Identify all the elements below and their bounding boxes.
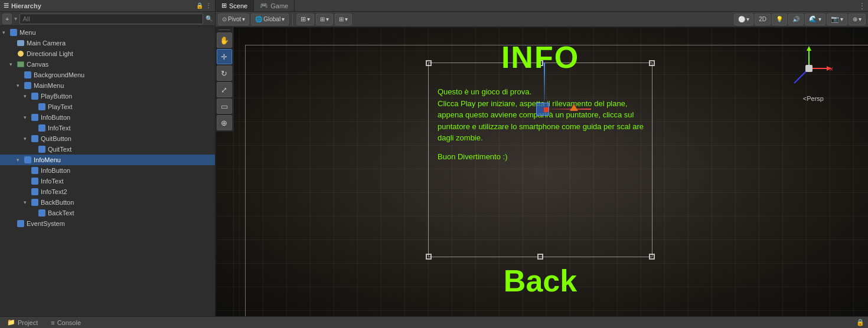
- global-icon: 🌐: [255, 16, 262, 22]
- hierarchy-arrow-icon: ▾: [14, 15, 17, 22]
- lighting-button[interactable]: 💡: [772, 14, 787, 25]
- hierarchy-item-background-menu[interactable]: BackgroundMenu: [0, 70, 215, 80]
- effects-button[interactable]: 🌊 ▾: [805, 14, 825, 25]
- effects-icon: 🌊: [809, 15, 817, 23]
- 2d-button[interactable]: 2D: [755, 14, 771, 25]
- back-label-text: Back: [428, 263, 652, 299]
- camera-view-btn[interactable]: 📷 ▾: [827, 14, 847, 25]
- transform-tool-btn[interactable]: ⊕: [217, 115, 232, 130]
- hierarchy-item-main-menu[interactable]: ▾MainMenu: [0, 80, 215, 91]
- extra-button[interactable]: ⊞ ▾: [335, 14, 352, 25]
- vert-div-1: [233, 27, 234, 316]
- svg-rect-5: [805, 65, 812, 72]
- global-dropdown-icon: ▾: [282, 16, 285, 22]
- hierarchy-label-menu: Menu: [19, 29, 36, 36]
- grid-dropdown: ▾: [307, 16, 310, 22]
- scene-viewport[interactable]: ✋ ✛ ↻ ⤢ ▭ ⊕ INFO: [216, 27, 868, 316]
- hierarchy-item-back-text[interactable]: BackText: [0, 208, 215, 218]
- hierarchy-content: ▾MenuMain CameraDirectional Light▾Canvas…: [0, 26, 215, 316]
- pivot-label: Pivot: [228, 16, 241, 22]
- hand-tool-btn[interactable]: ✋: [217, 32, 232, 48]
- hierarchy-item-info-text3[interactable]: InfoText2: [0, 186, 215, 197]
- snap-button[interactable]: ⊞ ▾: [316, 14, 333, 25]
- snap-dropdown: ▾: [326, 16, 329, 22]
- hierarchy-icon-info-text2: [31, 177, 39, 185]
- audio-button[interactable]: 🔊: [788, 14, 804, 25]
- persp-mode-btn[interactable]: ⚪ ▾: [734, 14, 753, 25]
- hierarchy-item-quit-text[interactable]: QuitText: [0, 144, 215, 155]
- scene-tabs-bar: ⊞ Scene 🎮 Game ⋮: [216, 0, 868, 12]
- hierarchy-item-info-text[interactable]: InfoText: [0, 123, 215, 133]
- hierarchy-icon-quit-button: [31, 135, 39, 143]
- tab-scene[interactable]: ⊞ Scene: [216, 0, 254, 11]
- persp-dropdown: ▾: [746, 16, 749, 22]
- hierarchy-toolbar: + ▾ 🔍: [0, 12, 215, 26]
- hierarchy-title: Hierarchy: [11, 2, 196, 9]
- hierarchy-item-info-menu[interactable]: ▾InfoMenu: [0, 155, 215, 165]
- global-button[interactable]: 🌐 Global ▾: [251, 14, 289, 25]
- grid-button[interactable]: ⊞ ▾: [296, 14, 314, 25]
- hierarchy-label-info-text2: InfoText: [41, 178, 64, 185]
- hierarchy-item-quit-button[interactable]: ▾QuitButton: [0, 133, 215, 144]
- move-gizmo-horizontal: [544, 109, 591, 110]
- hierarchy-icon-back-text: [38, 209, 46, 217]
- hierarchy-item-info-button[interactable]: ▾InfoButton: [0, 112, 215, 123]
- game-icon: 🎮: [260, 2, 268, 9]
- viewport-gizmo: Y X: [785, 45, 833, 92]
- gizmos-icon: ⊕: [853, 16, 857, 22]
- extra-icon: ⊞: [339, 16, 344, 22]
- gizmos-button[interactable]: ⊕ ▾: [849, 14, 866, 25]
- scene-area: ⊞ Scene 🎮 Game ⋮ ⊙ Pivot ▾ 🌐 Global ▾: [216, 0, 868, 316]
- hierarchy-item-menu[interactable]: ▾Menu: [0, 27, 215, 38]
- tab-game[interactable]: 🎮 Game: [254, 0, 295, 11]
- hierarchy-item-play-text[interactable]: PlayText: [0, 101, 215, 112]
- hierarchy-icon-play-text: [38, 103, 46, 111]
- pivot-icon: ⊙: [222, 16, 227, 22]
- hierarchy-label-info-button: InfoButton: [41, 114, 70, 121]
- handle-bl[interactable]: [426, 254, 432, 260]
- console-tab[interactable]: ≡ Console: [47, 317, 84, 328]
- pivot-dropdown-icon: ▾: [242, 16, 245, 22]
- hierarchy-more-icon[interactable]: ⋮: [205, 2, 211, 9]
- camera-dropdown: ▾: [840, 16, 843, 22]
- rect-tool-btn[interactable]: ▭: [217, 99, 232, 114]
- hierarchy-item-info-text2[interactable]: InfoText: [0, 176, 215, 186]
- hierarchy-search-btn[interactable]: 🔍: [205, 15, 213, 22]
- handle-bm[interactable]: [537, 254, 543, 260]
- rotate-tool-btn[interactable]: ↻: [217, 65, 232, 81]
- scene-more-icon[interactable]: ⋮: [859, 2, 866, 10]
- console-icon: ≡: [51, 319, 54, 326]
- hierarchy-icon-info-text: [38, 124, 46, 132]
- sphere-icon: ⚪: [738, 16, 745, 22]
- 2d-label: 2D: [759, 16, 766, 22]
- hierarchy-label-info-text3: InfoText2: [41, 188, 67, 195]
- hierarchy-header: ☰ Hierarchy 🔒 ⋮: [0, 0, 215, 12]
- red-gizmo: [544, 107, 549, 112]
- hierarchy-item-directional-light[interactable]: Directional Light: [0, 48, 215, 59]
- hierarchy-label-info-text: InfoText: [48, 124, 71, 132]
- hierarchy-label-quit-button: QuitButton: [41, 135, 71, 142]
- handle-br[interactable]: [649, 254, 655, 260]
- add-object-button[interactable]: +: [2, 14, 12, 24]
- hierarchy-icon-info-button2: [31, 166, 39, 175]
- hierarchy-item-event-system[interactable]: EventSystem: [0, 218, 215, 229]
- svg-marker-1: [807, 46, 811, 51]
- pivot-button[interactable]: ⊙ Pivot ▾: [218, 14, 249, 25]
- project-label: Project: [18, 319, 38, 326]
- hierarchy-item-play-button[interactable]: ▾PlayButton: [0, 91, 215, 101]
- hierarchy-item-back-button[interactable]: ▾BackButton: [0, 197, 215, 208]
- move-tool-btn[interactable]: ✛: [217, 49, 232, 64]
- hierarchy-item-canvas[interactable]: ▾Canvas: [0, 59, 215, 70]
- hierarchy-icon-quit-text: [38, 145, 46, 153]
- gizmo-svg: Y X: [785, 45, 833, 92]
- hierarchy-item-main-camera[interactable]: Main Camera: [0, 38, 215, 48]
- hierarchy-icon-canvas: [17, 60, 25, 68]
- hierarchy-item-info-button2[interactable]: InfoButton: [0, 165, 215, 176]
- scale-tool-btn[interactable]: ⤢: [217, 82, 232, 97]
- hierarchy-search-input[interactable]: [19, 14, 203, 24]
- hierarchy-label-play-button: PlayButton: [41, 93, 72, 100]
- console-label: Console: [57, 319, 81, 326]
- grid-icon: ⊞: [301, 15, 306, 23]
- project-icon: 📁: [7, 319, 15, 326]
- project-tab[interactable]: 📁 Project: [4, 317, 41, 328]
